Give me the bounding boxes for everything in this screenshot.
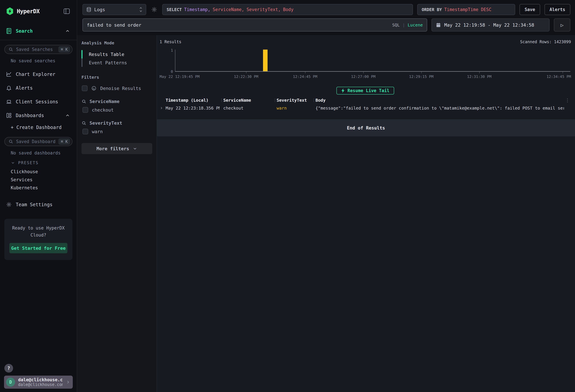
filter-group-servicename[interactable]: ServiceName bbox=[81, 99, 152, 104]
sidebar-item-label: Dashboards bbox=[16, 113, 61, 118]
select-columns-input[interactable]: SELECT Timestamp, ServiceName, SeverityT… bbox=[162, 4, 413, 15]
more-filters-button[interactable]: More filters bbox=[81, 143, 152, 154]
search-input[interactable] bbox=[87, 23, 389, 28]
column-header-body[interactable]: Body bbox=[315, 98, 564, 103]
sidebar-item-chart-explorer[interactable]: Chart Explorer bbox=[0, 67, 77, 81]
select-updown-icon bbox=[139, 6, 143, 13]
column-separator-icon[interactable] bbox=[273, 98, 277, 103]
filter-option-warn[interactable]: warn bbox=[81, 129, 152, 134]
search-icon bbox=[8, 47, 13, 52]
saved-searches-input[interactable]: ⌘ K bbox=[4, 45, 72, 54]
filter-option-label: checkout bbox=[92, 107, 114, 113]
presets-toggle[interactable]: PRESETS bbox=[0, 161, 77, 165]
mode-event-patterns[interactable]: Event Patterns bbox=[81, 58, 152, 67]
shortcut-badge: ⌘ K bbox=[58, 138, 70, 145]
dashboards-grid-icon bbox=[6, 113, 12, 118]
sidebar-item-label: Team Settings bbox=[16, 202, 70, 208]
denoise-label: Denoise Results bbox=[100, 86, 141, 91]
user-menu[interactable]: D dale@clickhouse.com dale@clickhouse.co… bbox=[4, 376, 73, 389]
chevron-up-icon[interactable] bbox=[65, 28, 70, 33]
run-query-button[interactable]: ▷ bbox=[554, 19, 570, 31]
x-axis-tick-mark bbox=[479, 72, 479, 73]
presets-label: PRESETS bbox=[18, 161, 39, 165]
query-language-toggle: SQL | Lucene bbox=[392, 23, 423, 27]
cloud-promo-card: Ready to use HyperDX Cloud? Get Started … bbox=[4, 219, 72, 260]
chevron-up-icon[interactable] bbox=[65, 113, 70, 118]
sidebar-item-label: Alerts bbox=[16, 85, 70, 91]
x-axis-label: 12:34:45 PM bbox=[547, 74, 571, 79]
mode-results-table[interactable]: Results Table bbox=[81, 50, 152, 58]
table-options-kebab-icon[interactable] bbox=[564, 97, 571, 103]
table-row[interactable]: May 22 12:23:18.356 PM checkout warn {"m… bbox=[160, 104, 571, 112]
column-separator-icon[interactable] bbox=[220, 98, 223, 103]
chart-bar[interactable] bbox=[263, 49, 267, 71]
saved-dashboards-field[interactable] bbox=[16, 139, 56, 144]
results-histogram[interactable]: 1 0 May 22 12:19:45 PM 12:22:30 PM 12:24… bbox=[160, 49, 571, 79]
search-query-box[interactable]: SQL | Lucene bbox=[82, 19, 427, 31]
preset-kubernetes[interactable]: Kubernetes bbox=[0, 184, 77, 192]
denoise-icon bbox=[91, 86, 96, 91]
search-icon bbox=[81, 99, 87, 104]
x-axis-tick-mark bbox=[563, 72, 563, 73]
lucene-toggle[interactable]: Lucene bbox=[408, 23, 423, 27]
column-header-servicename[interactable]: ServiceName bbox=[223, 98, 273, 103]
sidebar-item-search[interactable]: Search bbox=[0, 26, 77, 36]
app-logo[interactable]: HyperDX bbox=[6, 7, 40, 15]
sidebar-item-client-sessions[interactable]: Client Sessions bbox=[0, 95, 77, 109]
filters-label: Filters bbox=[81, 75, 152, 80]
source-select-value: Logs bbox=[94, 7, 136, 12]
time-range-picker[interactable]: May 22 12:19:58 - May 22 12:34:58 bbox=[431, 19, 550, 31]
cell-servicename: checkout bbox=[223, 106, 273, 111]
cell-timestamp: May 22 12:23:18.356 PM bbox=[166, 106, 220, 111]
x-axis-label: 12:27:00 PM bbox=[351, 74, 376, 79]
sidebar-item-dashboards[interactable]: Dashboards bbox=[0, 109, 77, 122]
topbar: Logs SELECT Timestamp, ServiceName, Seve… bbox=[77, 0, 575, 31]
help-button[interactable]: ? bbox=[4, 364, 13, 372]
column-header-severitytext[interactable]: SeverityText bbox=[277, 98, 312, 103]
laptop-icon bbox=[6, 99, 12, 105]
source-settings-gear-icon[interactable] bbox=[150, 4, 158, 15]
chart-plot bbox=[175, 49, 570, 71]
denoise-checkbox[interactable] bbox=[82, 85, 88, 91]
resume-live-tail-button[interactable]: Resume Live Tail bbox=[336, 87, 394, 94]
sql-toggle[interactable]: SQL bbox=[392, 23, 400, 27]
save-button[interactable]: Save bbox=[520, 4, 540, 15]
select-column: Timestamp, bbox=[184, 7, 210, 12]
database-icon bbox=[86, 7, 92, 12]
x-axis-line bbox=[175, 71, 570, 72]
filter-option-label: warn bbox=[92, 129, 103, 134]
alerts-button[interactable]: Alerts bbox=[545, 4, 570, 15]
column-header-timestamp[interactable]: Timestamp (Local) bbox=[166, 98, 220, 103]
column-separator-icon[interactable] bbox=[312, 98, 315, 103]
order-by-input[interactable]: ORDER BY TimestampTime DESC bbox=[417, 4, 515, 15]
sidebar-item-team-settings[interactable]: Team Settings bbox=[0, 198, 77, 211]
sidebar-item-alerts[interactable]: Alerts bbox=[0, 81, 77, 95]
filter-group-severitytext[interactable]: SeverityText bbox=[81, 120, 152, 126]
results-area: 1 Results Scanned Rows: 1423099 1 0 May … bbox=[157, 35, 575, 392]
search-page-icon bbox=[6, 28, 12, 34]
source-select[interactable]: Logs bbox=[82, 4, 146, 15]
shortcut-badge: ⌘ K bbox=[58, 46, 70, 53]
y-axis-tick: 0 bbox=[166, 69, 173, 74]
more-filters-label: More filters bbox=[96, 146, 129, 151]
row-expand-chevron-icon[interactable] bbox=[160, 106, 166, 110]
cell-body: {"message":"failed to send order confirm… bbox=[315, 106, 564, 111]
denoise-results-option[interactable]: Denoise Results bbox=[81, 85, 152, 91]
get-started-button[interactable]: Get Started for Free bbox=[9, 243, 67, 253]
sidebar-item-label: Client Sessions bbox=[16, 99, 70, 105]
saved-searches-field[interactable] bbox=[16, 47, 56, 52]
order-by-value: TimestampTime DESC bbox=[444, 7, 492, 12]
end-of-results-banner: End of Results bbox=[157, 119, 575, 136]
preset-clickhouse[interactable]: Clickhouse bbox=[0, 167, 77, 176]
bell-icon bbox=[6, 85, 12, 91]
create-dashboard-button[interactable]: + Create Dashboard bbox=[0, 122, 77, 132]
chevron-down-icon bbox=[133, 146, 137, 151]
saved-dashboards-input[interactable]: ⌘ K bbox=[4, 137, 72, 146]
filter-option-checkout[interactable]: checkout bbox=[81, 107, 152, 113]
x-axis-label: 12:29:15 PM bbox=[409, 74, 433, 79]
warn-checkbox[interactable] bbox=[82, 129, 88, 134]
checkout-checkbox[interactable] bbox=[82, 107, 88, 113]
order-by-keyword: ORDER BY bbox=[422, 7, 442, 12]
sidebar-collapse-icon[interactable] bbox=[63, 8, 70, 14]
preset-services[interactable]: Services bbox=[0, 176, 77, 184]
